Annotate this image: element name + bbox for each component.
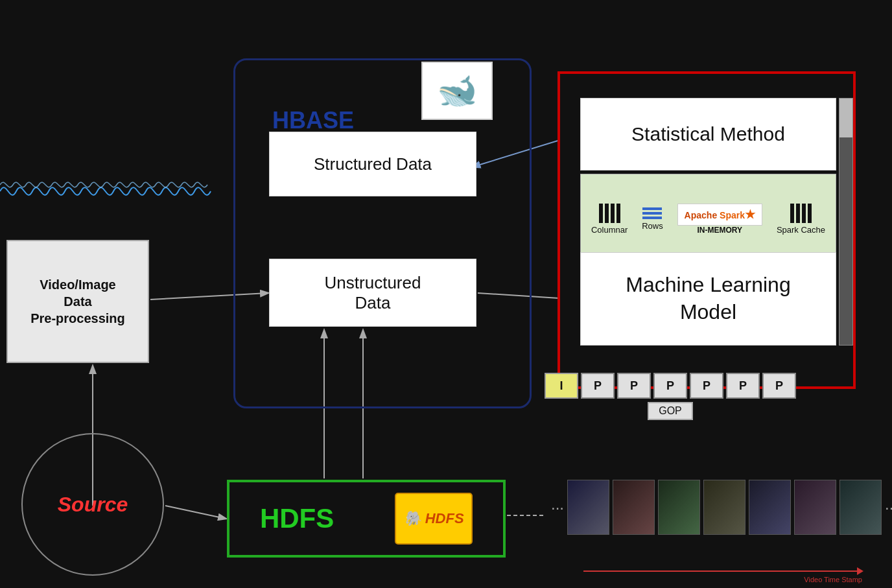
p-frame-1: P	[581, 373, 615, 399]
thumb-1	[567, 480, 609, 535]
spark-logo: Apache Spark★	[677, 204, 762, 226]
timestamp-arrow: Video Time Stamp	[583, 570, 862, 572]
i-frame: I	[545, 373, 578, 399]
rows-icon	[642, 207, 662, 219]
spark-cache-label: Spark Cache	[777, 225, 825, 235]
thumb-7	[839, 480, 882, 535]
thumb-4	[703, 480, 745, 535]
hbase-title: HBASE	[272, 107, 354, 134]
thumb-3	[658, 480, 700, 535]
gop-container: I P P P P P P GOP	[545, 373, 796, 420]
spark-cache-icon	[790, 204, 812, 223]
unstructured-data-box: UnstructuredData	[269, 259, 476, 327]
video-proc-label: Video/ImageDataPre-processing	[30, 276, 125, 327]
diagram: Source Video/ImageDataPre-processing 🐋 H…	[0, 0, 892, 588]
structured-data-box: Structured Data	[269, 132, 476, 196]
analytics-scrollbar[interactable]	[839, 98, 853, 346]
columnar-item: Columnar	[591, 204, 628, 235]
in-memory-label: IN-MEMORY	[698, 226, 743, 235]
scrollbar-thumb[interactable]	[839, 99, 852, 137]
spark-cache-area: Columnar Rows Apache Spark★ IN-MEMORY	[580, 174, 836, 265]
svg-line-8	[165, 506, 226, 519]
video-timestamp: Video Time Stamp	[583, 570, 862, 572]
structured-data-label: Structured Data	[314, 154, 432, 174]
hbase-logo: 🐋	[421, 62, 493, 120]
gop-frames: I P P P P P P	[545, 373, 796, 399]
hdfs-box: HDFS 🐘 HDFS	[227, 480, 506, 558]
thumb-6	[794, 480, 836, 535]
rows-label: Rows	[642, 221, 663, 231]
spark-item: Apache Spark★ IN-MEMORY	[677, 204, 762, 235]
thumb-5	[749, 480, 791, 535]
thumb-2	[613, 480, 655, 535]
left-dots: ···	[551, 499, 564, 517]
audio-wave-graphic	[0, 182, 211, 195]
source-label: Source	[58, 493, 128, 517]
p-frame-2: P	[617, 373, 651, 399]
hdfs-logo: 🐘 HDFS	[395, 493, 473, 545]
hdfs-label: HDFS	[260, 503, 334, 534]
p-frame-3: P	[653, 373, 687, 399]
p-frame-5: P	[726, 373, 760, 399]
stat-method-box: Statistical Method	[580, 98, 836, 171]
rows-item: Rows	[642, 207, 663, 231]
p-frame-6: P	[762, 373, 796, 399]
columnar-icon	[599, 204, 620, 223]
timestamp-label: Video Time Stamp	[804, 576, 862, 583]
spark-cache-item: Spark Cache	[777, 204, 825, 235]
ml-model-label: Machine LearningModel	[626, 272, 790, 325]
right-dots: ···	[885, 499, 892, 517]
gop-label: GOP	[648, 402, 693, 420]
columnar-label: Columnar	[591, 225, 628, 235]
video-proc-box: Video/ImageDataPre-processing	[6, 240, 149, 363]
source-circle: Source	[21, 433, 164, 576]
ml-model-box: Machine LearningModel	[580, 252, 836, 346]
unstructured-data-label: UnstructuredData	[325, 273, 421, 313]
stat-method-label: Statistical Method	[631, 123, 785, 145]
p-frame-4: P	[690, 373, 723, 399]
video-thumbnails: ··· ···	[551, 480, 892, 535]
